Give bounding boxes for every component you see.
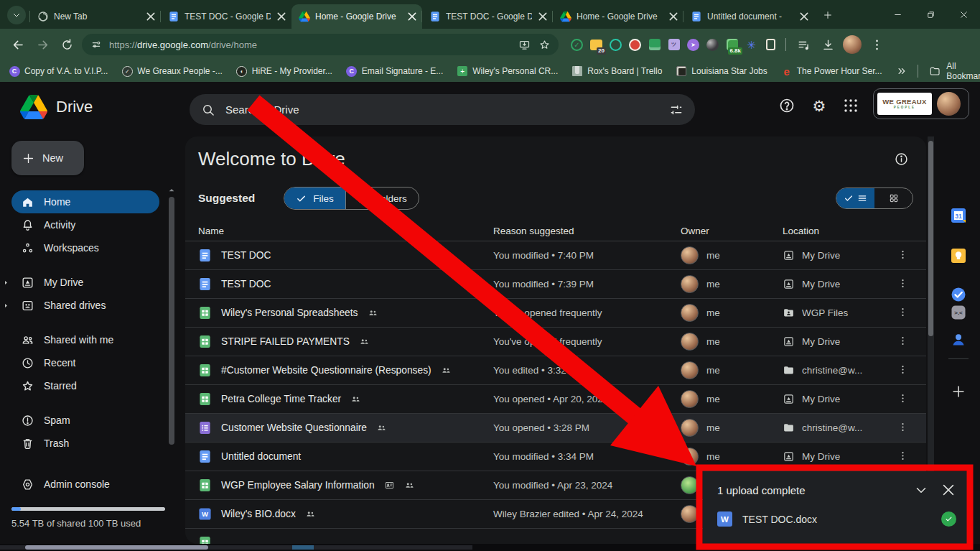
restore-button[interactable] [914,0,947,29]
scrollbar-thumb[interactable] [25,545,208,550]
tab-search-button[interactable] [7,6,26,24]
more-actions-button[interactable] [889,422,916,435]
more-actions-button[interactable] [889,335,916,348]
table-row-customer-website-questionnaire-responses[interactable]: #Customer Website Questionnaire (Respons… [185,356,926,385]
sidebar-item-trash[interactable]: Trash [11,432,159,455]
account-avatar[interactable] [937,92,961,116]
column-name[interactable]: Name [198,226,493,236]
column-location[interactable]: Location [783,226,889,236]
bookmark-we-greaux-people[interactable]: ✓We Greaux People -... [121,65,223,77]
bookmark-hire-my-provider[interactable]: ◐HiRE - My Provider... [236,65,332,77]
more-actions-button[interactable] [889,364,916,377]
burst-extension[interactable]: ✳ [742,33,761,56]
table-row-customer-website-questionnaire[interactable]: Customer Website QuestionnaireYou opened… [185,414,926,443]
mood-icon[interactable]: >.< [950,304,967,321]
sidebar-item-spam[interactable]: Spam [11,409,159,432]
browser-menu-button[interactable] [864,32,889,57]
tab-close-button[interactable] [798,11,810,22]
tab-untitled-document[interactable]: Untitled document - [683,4,814,29]
settings-button[interactable]: ⚙ [811,97,828,114]
all-bookmarks-label[interactable]: All Bookmarks [946,61,980,81]
sidebar-item-starred[interactable]: Starred [11,374,159,397]
bookmark-star-button[interactable] [534,34,554,55]
install-app-button[interactable] [514,34,534,55]
drive-logo[interactable]: Drive [20,95,93,119]
profile-button[interactable] [840,32,864,57]
list-view-button[interactable] [836,188,874,208]
bookmark-wiley-s-personal-cr[interactable]: +Wiley's Personal CR... [457,65,558,77]
back-button[interactable] [6,32,30,57]
bookmark-rox-s-board-trello[interactable]: Rox's Board | Trello [571,65,662,77]
sidebar-item-recent[interactable]: Recent [11,351,159,374]
tab-close-button[interactable] [145,11,157,22]
more-actions-button[interactable] [889,393,916,406]
uploaded-file-row[interactable]: W TEST DOC.docx [703,501,968,527]
tab-close-button[interactable] [406,11,418,22]
search-options-icon[interactable] [669,103,683,117]
downloads-button[interactable] [816,32,840,57]
folders-chip[interactable]: Folders [345,187,419,209]
search-input[interactable]: Search in Drive [190,94,695,125]
expand-icon[interactable] [3,302,9,309]
teal-extension[interactable] [606,33,625,56]
site-info-icon[interactable] [90,39,102,50]
bookmark-the-power-hour-ser[interactable]: eThe Power Hour Ser... [781,65,882,77]
apps-grid-button[interactable] [842,97,859,114]
check-extension[interactable]: ✓ [567,33,587,56]
tasks-icon[interactable] [950,286,967,303]
sidebar-item-activity[interactable]: Activity [11,213,159,236]
scroll-up-icon[interactable] [168,187,175,194]
reading-list-button[interactable] [791,32,816,57]
table-row-untitled-document[interactable]: Untitled documentYou modified • 3:34 PMm… [185,443,926,471]
account-switcher[interactable]: WE GREAUX PEOPLE [873,88,969,119]
close-notification-button[interactable] [941,482,956,498]
collapse-notification-button[interactable] [913,482,929,498]
grid-view-button[interactable] [874,188,913,208]
more-actions-button[interactable] [889,450,916,463]
camera-extension[interactable] [625,33,645,56]
folder-extension[interactable]: 20 [587,33,606,56]
info-button[interactable] [894,152,909,167]
more-actions-button[interactable] [889,307,916,320]
sidebar-item-home[interactable]: Home [11,190,159,213]
table-row-petra-college-time-tracker[interactable]: Petra College Time TrackerYou opened • A… [185,385,926,414]
expand-icon[interactable] [3,279,9,286]
get-addons-button[interactable] [951,384,966,399]
table-row-stripe-failed-payments[interactable]: STRIPE FAILED PAYMENTSYou've opened freq… [185,328,926,356]
sidebar-item-shared-with-me[interactable]: Shared with me [11,328,159,351]
bookmark-louisiana-star-jobs[interactable]: Louisiana Star Jobs [676,65,767,77]
new-tab-button[interactable] [818,6,837,24]
tab-home-google-drive[interactable]: Home - Google Drive [291,4,422,29]
scrollbar-thumb[interactable] [169,197,174,445]
column-owner[interactable]: Owner [681,226,783,236]
sidebar-item-admin-console[interactable]: Admin console [11,473,159,496]
forward-button[interactable] [30,32,55,57]
help-button[interactable] [778,97,795,114]
minimize-button[interactable] [881,0,914,29]
tab-close-button[interactable] [537,11,549,22]
bookmark-email-signature-e[interactable]: CEmail Signature - E... [346,65,443,77]
sidebar-item-my-drive[interactable]: My Drive [11,271,159,294]
grid-extension[interactable] [645,33,664,56]
tab-test-doc-google-d[interactable]: TEST DOC - Google D [422,4,553,29]
tab-close-button[interactable] [276,11,287,22]
bookmark-copy-of-v-a-to-v-i-p[interactable]: CCopy of V.A. to V.I.P... [9,65,108,77]
table-row-wiley-s-personal-spreadsheets[interactable]: Wiley's Personal SpreadsheetsYou've open… [185,299,926,328]
spheres-extension[interactable] [703,33,722,56]
tab-close-button[interactable] [668,11,679,22]
more-actions-button[interactable] [889,278,916,291]
calendar-icon[interactable]: 31 [950,207,967,224]
tab-test-doc-google-d[interactable]: TEST DOC - Google D [161,4,291,29]
face-extension[interactable]: ツ [664,33,683,56]
keep-icon[interactable] [950,247,967,264]
clipboard-extension[interactable] [761,33,780,56]
new-button[interactable]: New [11,141,84,175]
address-bar[interactable]: https://drive.google.com/drive/home [82,34,559,55]
more-actions-button[interactable] [889,249,916,262]
sidebar-scrollbar[interactable] [168,182,175,551]
column-reason[interactable]: Reason suggested [493,226,681,236]
sidebar-item-shared-drives[interactable]: Shared drives [11,294,159,317]
table-row-test-doc[interactable]: TEST DOCYou modified • 7:40 PMmeMy Drive [185,241,926,270]
tab-home-google-drive[interactable]: Home - Google Drive [553,4,683,29]
sidebar-item-workspaces[interactable]: Workspaces [11,236,159,259]
